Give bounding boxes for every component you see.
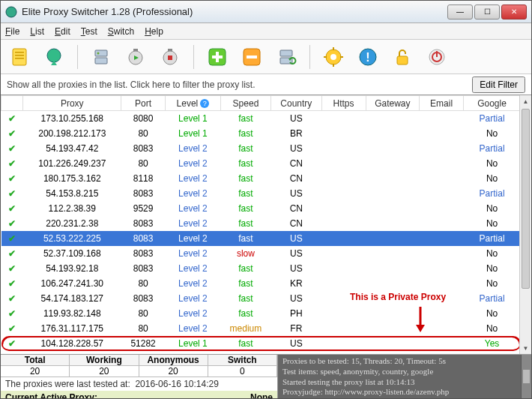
stat-val-working: 20 — [70, 366, 139, 377]
scroll-down-icon[interactable]: ▼ — [520, 342, 531, 354]
cell-speed: fast — [220, 216, 270, 231]
edit-filter-button[interactable]: Edit Filter — [472, 76, 525, 93]
menu-help[interactable]: Help — [145, 26, 163, 37]
cell-country: CN — [271, 156, 321, 171]
cell-country: BR — [271, 126, 321, 141]
col-check[interactable] — [1, 96, 23, 111]
filter-text[interactable]: Show all the proxies in the list. Click … — [7, 80, 472, 90]
vertical-scrollbar[interactable]: ▲ ▼ — [519, 95, 531, 354]
col-email[interactable]: Email — [420, 96, 464, 111]
server-refresh-button[interactable] — [273, 44, 299, 70]
close-button[interactable]: ✕ — [501, 4, 527, 20]
cell-port: 80 — [121, 126, 166, 141]
cell-https — [321, 306, 366, 321]
toolbar: ! — [1, 40, 531, 74]
table-row[interactable]: ✔52.53.222.2258083Level 2fastUSPartial — [1, 231, 521, 246]
menu-edit[interactable]: Edit — [55, 26, 70, 37]
cell-email — [420, 246, 464, 261]
col-level[interactable]: Level? — [166, 96, 221, 111]
stat-val-anon: 20 — [139, 366, 208, 377]
timer-start-button[interactable] — [123, 44, 148, 70]
table-row[interactable]: ✔119.93.82.14880Level 2fastPHNo — [1, 306, 521, 321]
cell-speed: fast — [220, 201, 270, 216]
cell-google: Partial — [464, 141, 521, 156]
cell-google: No — [464, 321, 521, 336]
timer-stop-button[interactable] — [157, 44, 183, 70]
add-button[interactable] — [205, 44, 230, 70]
table-row[interactable]: ✔106.247.241.3080Level 2fastKRNo — [1, 276, 521, 291]
help-icon[interactable]: ? — [200, 99, 209, 108]
col-country[interactable]: Country — [271, 96, 321, 111]
log-scrollbar[interactable] — [521, 355, 531, 398]
cell-https — [321, 171, 366, 186]
menu-test[interactable]: Test — [81, 26, 97, 37]
cell-country: US — [271, 261, 321, 276]
unlock-button[interactable] — [390, 44, 415, 70]
table-row[interactable]: ✔54.174.183.1278083Level 2fastUSPartial — [1, 291, 521, 306]
table-row[interactable]: ✔176.31.117.17580Level 2mediumFRNo — [1, 321, 521, 336]
cell-port: 80 — [121, 276, 166, 291]
cell-level: Level 1 — [166, 111, 221, 126]
check-icon: ✔ — [8, 308, 16, 319]
table-row[interactable]: ✔112.2.38.399529Level 2fastCNNo — [1, 201, 521, 216]
table-row[interactable]: ✔52.37.109.1688083Level 2slowUSNo — [1, 246, 521, 261]
power-button[interactable] — [424, 44, 450, 70]
cell-gateway — [366, 231, 420, 246]
cell-speed: fast — [220, 141, 270, 156]
col-proxy[interactable]: Proxy — [23, 96, 121, 111]
table-row[interactable]: ✔104.128.228.5751282Level 1fastUSYes — [1, 336, 521, 351]
cell-level: Level 2 — [166, 246, 221, 261]
cell-email — [420, 171, 464, 186]
cell-country: US — [271, 186, 321, 201]
cell-port: 80 — [121, 321, 166, 336]
menu-switch[interactable]: Switch — [108, 26, 134, 37]
cell-proxy: 220.231.2.38 — [23, 216, 121, 231]
svg-rect-19 — [280, 50, 292, 56]
table-row[interactable]: ✔180.175.3.1628118Level 2fastCNNo — [1, 171, 521, 186]
cell-google: No — [464, 201, 521, 216]
scroll-up-icon[interactable]: ▲ — [520, 95, 531, 107]
cell-google: Partial — [464, 111, 521, 126]
check-icon: ✔ — [8, 113, 16, 124]
cell-level: Level 2 — [166, 156, 221, 171]
cell-gateway — [366, 216, 420, 231]
menu-file[interactable]: File — [5, 26, 19, 37]
table-row[interactable]: ✔200.198.212.17380Level 1fastBRNo — [1, 126, 521, 141]
col-gateway[interactable]: Gateway — [366, 96, 420, 111]
download-button[interactable] — [41, 44, 67, 70]
table-row[interactable]: ✔101.226.249.23780Level 2fastCNNo — [1, 156, 521, 171]
log-panel: Proxies to be tested: 15, Threads: 20, T… — [278, 355, 531, 398]
import-button[interactable] — [7, 44, 32, 70]
table-row[interactable]: ✔220.231.2.388083Level 2fastCNNo — [1, 216, 521, 231]
scroll-thumb[interactable] — [522, 109, 530, 289]
settings-button[interactable] — [321, 44, 346, 70]
cell-level: Level 2 — [166, 216, 221, 231]
cell-level: Level 2 — [166, 171, 221, 186]
maximize-button[interactable]: ☐ — [474, 4, 500, 20]
cell-email — [420, 291, 464, 306]
remove-button[interactable] — [239, 44, 265, 70]
svg-rect-6 — [95, 50, 107, 56]
cell-level: Level 2 — [166, 276, 221, 291]
col-port[interactable]: Port — [121, 96, 166, 111]
table-row[interactable]: ✔54.193.92.188083Level 2fastUSNo — [1, 261, 521, 276]
table-row[interactable]: ✔173.10.255.1688080Level 1fastUSPartial — [1, 111, 521, 126]
cell-email — [420, 186, 464, 201]
cell-speed: fast — [220, 336, 270, 351]
cell-email — [420, 111, 464, 126]
info-button[interactable]: ! — [355, 44, 381, 70]
cell-port: 51282 — [121, 336, 166, 351]
minimize-button[interactable]: — — [447, 4, 473, 20]
column-headers: Proxy Port Level? Speed Country Https Ga… — [1, 96, 521, 111]
menu-list[interactable]: List — [30, 26, 44, 37]
col-speed[interactable]: Speed — [220, 96, 270, 111]
cell-https — [321, 216, 366, 231]
col-google[interactable]: Google — [464, 96, 521, 111]
server-button[interactable] — [88, 44, 114, 70]
cell-email — [420, 321, 464, 336]
col-https[interactable]: Https — [321, 96, 366, 111]
table-row[interactable]: ✔54.193.47.428083Level 2fastUSPartial — [1, 141, 521, 156]
log-scroll-thumb[interactable] — [523, 370, 530, 383]
cell-country: CN — [271, 216, 321, 231]
table-row[interactable]: ✔54.153.8.2158083Level 2fastUSPartial — [1, 186, 521, 201]
